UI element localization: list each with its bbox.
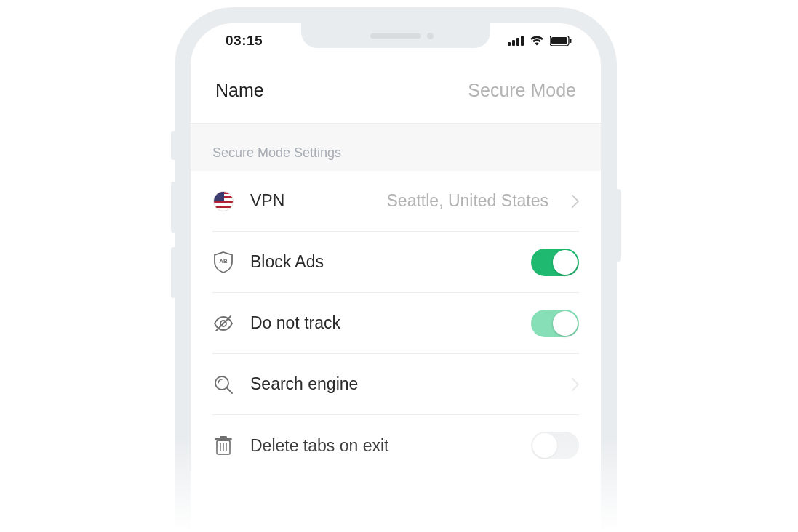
row-vpn-label: VPN — [250, 191, 284, 211]
section-header: Secure Mode Settings — [191, 124, 601, 171]
screen: 03:15 — [191, 23, 601, 532]
name-row[interactable]: Name Secure Mode — [191, 58, 601, 124]
row-search-engine-label: Search engine — [250, 374, 358, 394]
phone-frame: 03:15 — [175, 7, 617, 532]
volume-down-button — [171, 247, 175, 298]
trash-icon — [212, 435, 234, 456]
notch — [301, 23, 490, 48]
row-do-not-track: Do not track — [212, 293, 579, 354]
row-vpn-value: Seattle, United States — [387, 191, 548, 211]
svg-rect-1 — [512, 40, 515, 46]
mute-switch — [171, 131, 175, 160]
toggle-do-not-track[interactable] — [531, 310, 579, 337]
name-label: Name — [215, 80, 264, 101]
status-icons — [508, 36, 572, 46]
row-vpn[interactable]: VPN Seattle, United States — [212, 171, 579, 232]
toggle-delete-tabs[interactable] — [531, 432, 579, 459]
svg-rect-0 — [508, 42, 511, 46]
chevron-right-icon — [572, 195, 579, 208]
settings-list: VPN Seattle, United States AB Block Ads — [191, 171, 601, 476]
row-block-ads: AB Block Ads — [212, 232, 579, 293]
row-search-engine[interactable]: Search engine — [212, 354, 579, 415]
toggle-block-ads[interactable] — [531, 249, 579, 276]
status-time: 03:15 — [226, 33, 263, 49]
magnifier-icon — [212, 374, 234, 395]
battery-icon — [550, 36, 572, 46]
shield-ab-icon: AB — [212, 251, 234, 273]
row-delete-tabs: Delete tabs on exit — [212, 415, 579, 476]
power-button — [616, 189, 621, 262]
svg-rect-5 — [551, 37, 567, 44]
cellular-signal-icon — [508, 36, 524, 46]
svg-point-10 — [215, 376, 228, 390]
wifi-icon — [530, 36, 544, 46]
svg-line-11 — [227, 388, 232, 393]
svg-rect-2 — [516, 38, 519, 46]
svg-rect-3 — [521, 36, 524, 46]
svg-rect-6 — [570, 39, 572, 43]
eye-slash-icon — [212, 313, 234, 334]
row-block-ads-label: Block Ads — [250, 252, 324, 272]
svg-text:AB: AB — [219, 258, 228, 265]
speaker-grille — [370, 33, 421, 39]
row-do-not-track-label: Do not track — [250, 313, 340, 333]
chevron-right-icon — [572, 378, 579, 391]
front-camera — [427, 33, 434, 39]
us-flag-icon — [212, 190, 234, 212]
name-value: Secure Mode — [468, 80, 576, 101]
row-delete-tabs-label: Delete tabs on exit — [250, 436, 389, 456]
volume-up-button — [171, 182, 175, 233]
